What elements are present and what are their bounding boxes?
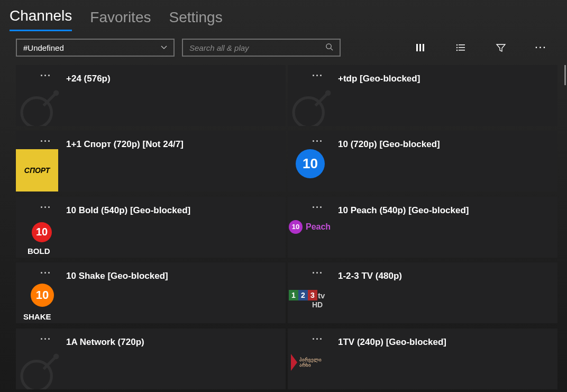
svg-rect-4 <box>423 44 424 51</box>
svg-rect-8 <box>459 47 465 48</box>
dish-icon <box>18 85 65 126</box>
tab-channels[interactable]: Channels <box>10 7 72 31</box>
svg-rect-6 <box>459 44 465 45</box>
category-dropdown[interactable]: #Undefined <box>16 39 175 57</box>
dish-icon <box>290 85 336 126</box>
channel-card[interactable]: ··· 10 Peach 10 Peach (540p) [Geo-blocke… <box>288 197 557 258</box>
channel-card[interactable]: ··· +tdp [Geo-blocked] <box>288 65 557 126</box>
channel-card[interactable]: ··· СПОРТ 1+1 Спорт (720p) [Not 24/7] <box>16 131 286 192</box>
channel-thumb: პირველი არხი <box>288 329 338 389</box>
svg-point-5 <box>456 44 458 45</box>
channel-title: +tdp [Geo-blocked] <box>338 65 557 126</box>
georgian-logo: პირველი არხი <box>291 354 322 371</box>
channel-card[interactable]: ··· 10 BOLD 10 Bold (540p) [Geo-blocked] <box>16 197 286 258</box>
channel-card[interactable]: ··· 10 10 (720p) [Geo-blocked] <box>288 131 557 192</box>
list-view-button[interactable] <box>444 38 477 58</box>
svg-point-7 <box>456 47 458 48</box>
filter-icon <box>496 42 506 53</box>
channel-title: +24 (576p) <box>66 65 286 126</box>
channel-card[interactable]: ··· +24 (576p) <box>16 65 286 126</box>
ten-logo: 10 <box>296 149 325 178</box>
svg-rect-10 <box>459 50 465 51</box>
svg-point-13 <box>53 90 59 96</box>
chevron-down-icon <box>161 44 167 52</box>
svg-point-16 <box>325 90 331 96</box>
list-icon <box>455 42 466 53</box>
dish-icon <box>18 348 65 389</box>
scrollbar[interactable] <box>564 65 566 85</box>
channel-title: 10 (720p) [Geo-blocked] <box>338 131 557 192</box>
channel-title: 10 Shake [Geo-blocked] <box>66 262 286 323</box>
svg-rect-3 <box>419 44 421 51</box>
channel-title: 10 Bold (540p) [Geo-blocked] <box>66 197 286 258</box>
channel-thumb: 10 Peach <box>288 197 338 258</box>
channel-thumb: 1 2 3 tv HD <box>288 262 338 323</box>
columns-view-button[interactable] <box>404 38 437 58</box>
channel-thumb <box>16 65 66 126</box>
bold-label: BOLD <box>28 247 50 256</box>
tab-settings[interactable]: Settings <box>169 9 222 31</box>
channel-thumb: СПОРТ <box>16 131 66 192</box>
columns-icon <box>415 42 426 53</box>
tab-favorites[interactable]: Favorites <box>90 9 151 31</box>
svg-point-19 <box>53 353 59 359</box>
search-input[interactable] <box>189 43 325 52</box>
filter-button[interactable] <box>484 38 517 58</box>
svg-point-9 <box>456 50 458 51</box>
channel-title: 1A Network (720p) <box>66 329 286 389</box>
more-button[interactable]: ··· <box>525 38 557 58</box>
channel-thumb <box>288 65 338 126</box>
channel-card[interactable]: ··· 1 2 3 tv HD 1-2-3 TV (480p) <box>288 262 557 323</box>
dropdown-selected: #Undefined <box>23 43 64 52</box>
more-icon: ··· <box>535 43 547 52</box>
search-icon[interactable] <box>325 43 333 52</box>
channel-thumb: 10 <box>288 131 338 192</box>
svg-rect-2 <box>416 44 418 51</box>
channel-title: 1TV (240p) [Geo-blocked] <box>338 329 557 389</box>
channel-card[interactable]: ··· 10 SHAKE 10 Shake [Geo-blocked] <box>16 262 286 323</box>
svg-point-0 <box>326 44 331 49</box>
channel-card[interactable]: ··· 1A Network (720p) <box>16 329 286 389</box>
peach-logo: 10 Peach <box>289 220 331 234</box>
channel-grid: ··· +24 (576p) ··· +tdp [Geo-blocked] ··… <box>16 65 567 392</box>
channel-card[interactable]: ··· პირველი არხი 1TV (240p) [Geo-blocked… <box>288 329 557 389</box>
channel-thumb: 10 BOLD <box>16 197 66 258</box>
svg-line-1 <box>331 48 333 50</box>
channel-thumb: 10 SHAKE <box>16 262 66 323</box>
ten-logo: 10 <box>32 222 52 242</box>
channel-thumb <box>16 329 66 389</box>
tv123-logo: 1 2 3 tv HD <box>289 290 325 309</box>
ten-logo: 10 <box>31 284 54 307</box>
search-box[interactable] <box>182 39 341 57</box>
sport-logo: СПОРТ <box>16 149 58 192</box>
main-tabs: Channels Favorites Settings <box>0 0 567 31</box>
toolbar: #Undefined <box>0 31 567 65</box>
channel-title: 1+1 Спорт (720p) [Not 24/7] <box>66 131 286 192</box>
channel-title: 1-2-3 TV (480p) <box>338 262 557 323</box>
channel-title: 10 Peach (540p) [Geo-blocked] <box>338 197 557 258</box>
shake-label: SHAKE <box>23 312 51 321</box>
